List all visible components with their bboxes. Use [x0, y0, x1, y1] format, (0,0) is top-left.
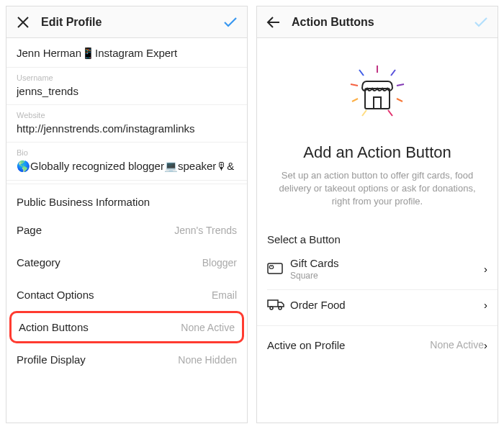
header: Edit Profile: [6, 6, 247, 38]
active-on-profile-row[interactable]: Active on Profile None Active ›: [257, 326, 498, 360]
chevron-right-icon: ›: [484, 299, 487, 311]
close-icon[interactable]: [15, 16, 31, 29]
confirm-check-icon[interactable]: [473, 14, 489, 30]
gift-cards-button[interactable]: Gift Cards Square ›: [257, 248, 498, 289]
svg-line-7: [352, 99, 358, 101]
action-buttons-row[interactable]: Action Buttons None Active: [9, 311, 244, 343]
svg-line-5: [351, 84, 358, 86]
action-buttons-screen: Action Buttons: [256, 6, 498, 423]
gift-cards-label: Gift Cards: [290, 257, 484, 269]
username-field[interactable]: Username jenns_trends: [6, 68, 247, 105]
chevron-right-icon: ›: [484, 339, 487, 351]
svg-line-10: [388, 110, 392, 116]
website-field[interactable]: Website http://jennstrends.com/instagram…: [6, 105, 247, 143]
confirm-check-icon[interactable]: [222, 14, 238, 30]
chevron-right-icon: ›: [484, 263, 487, 275]
username-label: Username: [17, 73, 237, 82]
name-value: Jenn Herman📱Instagram Expert: [17, 44, 237, 60]
select-button-title: Select a Button: [257, 216, 498, 248]
svg-point-14: [279, 307, 282, 310]
page-row[interactable]: Page Jenn's Trends: [6, 214, 247, 246]
contact-options-row[interactable]: Contact Options Email: [6, 279, 247, 311]
name-field[interactable]: Jenn Herman📱Instagram Expert: [6, 38, 247, 68]
category-value: Blogger: [202, 257, 237, 268]
category-label: Category: [17, 256, 202, 268]
svg-point-13: [270, 307, 273, 310]
header-title: Edit Profile: [31, 16, 222, 29]
contact-value: Email: [212, 289, 237, 301]
profile-display-label: Profile Display: [17, 353, 178, 366]
gift-card-icon: [267, 263, 290, 274]
hero-title: Add an Action Button: [279, 143, 476, 162]
profile-display-value: None Hidden: [178, 354, 237, 366]
page-value: Jenn's Trends: [174, 225, 237, 236]
svg-line-8: [397, 99, 402, 101]
active-on-profile-value: None Active: [430, 339, 484, 351]
bio-field[interactable]: Bio 🌎Globally recognized blogger💻speaker…: [6, 143, 247, 181]
hero-description: Set up an action button to offer gift ca…: [279, 169, 476, 209]
public-biz-info-title: Public Business Information: [6, 184, 247, 214]
delivery-truck-icon: [267, 299, 290, 310]
active-on-profile-label: Active on Profile: [267, 339, 430, 351]
edit-profile-screen: Edit Profile Jenn Herman📱Instagram Exper…: [6, 6, 248, 423]
svg-rect-1: [374, 97, 381, 109]
action-buttons-value: None Active: [181, 322, 235, 333]
category-row[interactable]: Category Blogger: [6, 246, 247, 279]
svg-rect-12: [268, 300, 278, 307]
header: Action Buttons: [257, 6, 498, 38]
header-title: Action Buttons: [282, 16, 473, 29]
svg-line-4: [391, 70, 395, 76]
contact-label: Contact Options: [17, 289, 212, 301]
username-value: jenns_trends: [17, 82, 237, 97]
website-value: http://jennstrends.com/instagramlinks: [17, 119, 237, 135]
svg-line-6: [397, 84, 404, 86]
svg-rect-0: [365, 89, 390, 109]
svg-line-9: [362, 110, 366, 116]
action-buttons-label: Action Buttons: [19, 321, 181, 333]
storefront-icon: [338, 60, 417, 125]
bio-label: Bio: [17, 148, 237, 157]
svg-line-3: [359, 70, 364, 76]
order-food-button[interactable]: Order Food ›: [257, 290, 498, 320]
page-label: Page: [17, 224, 174, 236]
profile-display-row[interactable]: Profile Display None Hidden: [6, 343, 247, 376]
website-label: Website: [17, 111, 237, 119]
back-arrow-icon[interactable]: [266, 15, 282, 30]
order-food-label: Order Food: [290, 299, 484, 311]
hero-section: Add an Action Button Set up an action bu…: [257, 38, 498, 216]
gift-cards-sublabel: Square: [290, 271, 484, 281]
bio-value: 🌎Globally recognized blogger💻speaker🎙& c: [17, 157, 237, 173]
